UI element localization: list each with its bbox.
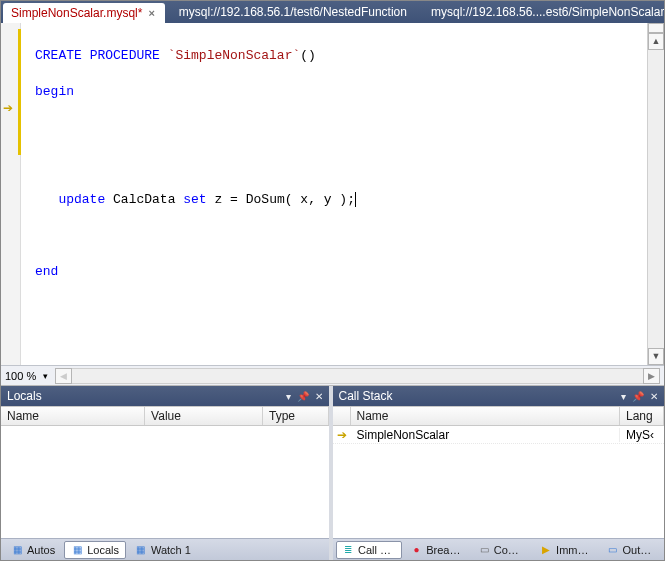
code-line-blank (35, 155, 643, 173)
close-icon[interactable]: ✕ (650, 391, 658, 402)
tab-watch1[interactable]: ▦ Watch 1 (128, 541, 198, 559)
code-line-blank (35, 227, 643, 245)
tab-callstack[interactable]: ≣ Call S... (336, 541, 402, 559)
tab-simplenonscalar-remote[interactable]: mysql://192.168.56....est6/SimpleNonScal… (423, 2, 665, 22)
command-icon: ▭ (478, 544, 489, 556)
tab-label: SimpleNonScalar.mysql* (11, 6, 142, 20)
tab-simplenonscalar[interactable]: SimpleNonScalar.mysql* × (3, 3, 165, 23)
split-handle[interactable] (648, 23, 664, 33)
callstack-panel: Call Stack ▾ 📌 ✕ Name Lang ➔ SimpleNonSc… (333, 386, 665, 560)
code-line: end (35, 263, 643, 281)
tab-label: Imme... (556, 544, 591, 556)
call-dosum: DoSum( x, y ); (246, 192, 355, 207)
scroll-track[interactable] (72, 368, 643, 384)
callstack-header: Call Stack ▾ 📌 ✕ (333, 386, 665, 406)
tab-locals[interactable]: ▦ Locals (64, 541, 126, 559)
autos-icon: ▦ (11, 544, 23, 556)
kw-procedure: PROCEDURE (90, 48, 160, 63)
tab-label: mysql://192.168.56....est6/SimpleNonScal… (431, 5, 664, 19)
vertical-scrollbar[interactable]: ▲ ▼ (647, 23, 664, 365)
callstack-body[interactable]: ➔ SimpleNonScalar MyS‹ (333, 426, 665, 538)
tab-autos[interactable]: ▦ Autos (4, 541, 62, 559)
code-line: begin (35, 83, 643, 101)
panel-title: Call Stack (339, 389, 616, 403)
kw-end: end (35, 264, 58, 279)
tab-output[interactable]: ▭ Output (600, 541, 661, 559)
current-line-arrow-icon: ➔ (3, 101, 13, 115)
close-icon[interactable]: × (148, 7, 154, 19)
scroll-track[interactable] (648, 50, 664, 348)
watch-icon: ▦ (135, 544, 147, 556)
debug-panels: Locals ▾ 📌 ✕ Name Value Type ▦ Autos ▦ L… (1, 386, 664, 560)
exec-highlight: update CalcData set z = DoSum( x, y ); (58, 192, 356, 207)
tab-command[interactable]: ▭ Com... (471, 541, 531, 559)
code-line-exec: update CalcData set z = DoSum( x, y ); (35, 191, 643, 209)
callstack-tabbar: ≣ Call S... ● Break... ▭ Com... ▶ Imme..… (333, 538, 665, 560)
frame-name: SimpleNonScalar (351, 428, 621, 442)
scroll-up-button[interactable]: ▲ (648, 33, 664, 50)
col-name[interactable]: Name (351, 407, 621, 425)
tab-breakpoints[interactable]: ● Break... (404, 541, 470, 559)
tab-label: Autos (27, 544, 55, 556)
text-cursor (355, 192, 356, 207)
col-name[interactable]: Name (1, 407, 145, 425)
locals-header: Locals ▾ 📌 ✕ (1, 386, 329, 406)
eq: = (230, 192, 238, 207)
col-value[interactable]: Value (145, 407, 263, 425)
locals-icon: ▦ (71, 544, 83, 556)
callstack-row[interactable]: ➔ SimpleNonScalar MyS‹ (333, 426, 665, 444)
tbl-calcdata: CalcData (113, 192, 175, 207)
kw-create: CREATE (35, 48, 82, 63)
pin-icon[interactable]: 📌 (297, 391, 309, 402)
locals-columns: Name Value Type (1, 406, 329, 426)
tab-nestedfunction[interactable]: mysql://192.168.56.1/test6/NestedFunctio… (171, 2, 417, 22)
code-editor: ➔ CREATE PROCEDURE `SimpleNonScalar`() b… (1, 23, 664, 386)
tab-label: Watch 1 (151, 544, 191, 556)
output-icon: ▭ (607, 544, 618, 556)
callstack-columns: Name Lang (333, 406, 665, 426)
col-z: z (214, 192, 222, 207)
code-line-blank (35, 119, 643, 137)
col-marker[interactable] (333, 407, 351, 425)
code-area[interactable]: CREATE PROCEDURE `SimpleNonScalar`() beg… (21, 23, 647, 365)
tab-label: Com... (494, 544, 525, 556)
col-lang[interactable]: Lang (620, 407, 664, 425)
pin-icon[interactable]: 📌 (632, 391, 644, 402)
tab-immediate[interactable]: ▶ Imme... (534, 541, 598, 559)
tab-label: Output (623, 544, 655, 556)
frame-lang: MyS‹ (620, 428, 664, 442)
kw-update: update (58, 192, 105, 207)
immediate-icon: ▶ (541, 544, 552, 556)
kw-begin: begin (35, 84, 74, 99)
current-frame-arrow-icon: ➔ (333, 428, 351, 442)
kw-set: set (183, 192, 206, 207)
locals-body[interactable] (1, 426, 329, 538)
horizontal-scrollbar[interactable]: ◀ ▶ (55, 368, 660, 384)
code-line: CREATE PROCEDURE `SimpleNonScalar`() (35, 47, 643, 65)
zoom-level: 100 % (5, 370, 36, 382)
editor-gutter: ➔ (1, 23, 21, 365)
editor-body: ➔ CREATE PROCEDURE `SimpleNonScalar`() b… (1, 23, 664, 365)
tab-label: Break... (426, 544, 462, 556)
window-position-icon[interactable]: ▾ (621, 391, 626, 402)
close-icon[interactable]: ✕ (315, 391, 323, 402)
window-position-icon[interactable]: ▾ (286, 391, 291, 402)
callstack-icon: ≣ (343, 544, 354, 556)
panel-title: Locals (7, 389, 280, 403)
parens: () (300, 48, 316, 63)
locals-tabbar: ▦ Autos ▦ Locals ▦ Watch 1 (1, 538, 329, 560)
tab-label: Locals (87, 544, 119, 556)
breakpoints-icon: ● (411, 544, 422, 556)
tab-label: Call S... (358, 544, 395, 556)
zoom-dropdown[interactable]: ▾ (40, 370, 51, 382)
col-type[interactable]: Type (263, 407, 329, 425)
tab-label: mysql://192.168.56.1/test6/NestedFunctio… (179, 5, 407, 19)
scroll-right-button[interactable]: ▶ (643, 368, 660, 384)
locals-panel: Locals ▾ 📌 ✕ Name Value Type ▦ Autos ▦ L… (1, 386, 333, 560)
document-tabstrip: SimpleNonScalar.mysql* × mysql://192.168… (1, 1, 664, 23)
scroll-down-button[interactable]: ▼ (648, 348, 664, 365)
scroll-left-button[interactable]: ◀ (55, 368, 72, 384)
proc-name: `SimpleNonScalar` (168, 48, 301, 63)
editor-zoom-bar: 100 % ▾ ◀ ▶ (1, 365, 664, 385)
